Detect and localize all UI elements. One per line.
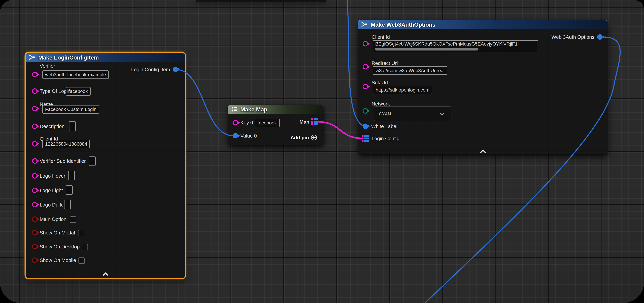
- node-make-web3authoptions[interactable]: Make Web3AuthOptions Web 3Auth Options C…: [358, 20, 608, 154]
- client-id-text: BEglQSgt4cUWcj6SKRdu5QkOXTsePmMcusG5EAoy…: [374, 40, 538, 47]
- pin-web3auth-options-out[interactable]: [597, 34, 602, 40]
- node-title: Make Map: [240, 106, 267, 113]
- verifier-input[interactable]: web3auth-facebook-example: [42, 70, 109, 79]
- pin-label-verifier-sub-identifier: Verifier Sub Identifier: [40, 158, 86, 164]
- collapse-node-chevron-icon[interactable]: [480, 147, 486, 155]
- verifier-sub-identifier-input[interactable]: [89, 156, 96, 166]
- key0-input[interactable]: facebook: [255, 118, 280, 127]
- horizontal-scrollbar[interactable]: [375, 48, 478, 50]
- pin-network[interactable]: [362, 108, 368, 114]
- make-container-icon: [231, 106, 238, 114]
- pin-show-on-desktop[interactable]: [32, 244, 37, 249]
- pin-logo-dark[interactable]: [32, 202, 37, 207]
- pin-sdk-url[interactable]: [362, 84, 368, 89]
- pin-client-id[interactable]: [32, 141, 37, 146]
- node-make-loginconfigitem[interactable]: Make LoginConfigItem Login Config Item V…: [26, 53, 185, 278]
- name-input[interactable]: Facebook Custom Login: [42, 105, 99, 114]
- network-selected-value: CYAN: [374, 111, 439, 116]
- client-id-input[interactable]: 1222658941886084: [42, 140, 90, 148]
- node-make-map[interactable]: Make Map Key 0 facebook Map Value 0 Add …: [228, 104, 324, 145]
- plus-circle-icon[interactable]: [311, 134, 317, 142]
- pin-label-verifier: Verifier: [40, 63, 55, 69]
- show-on-desktop-checkbox[interactable]: [82, 244, 88, 250]
- node-title: Make LoginConfigItem: [38, 54, 99, 61]
- network-dropdown[interactable]: CYAN: [374, 106, 452, 121]
- show-on-mobile-checkbox[interactable]: [78, 258, 85, 264]
- pin-label-login-config: Login Config: [372, 135, 400, 142]
- pin-description[interactable]: [32, 124, 37, 129]
- pin-label-client-id: Client Id: [372, 34, 390, 40]
- pin-label-logo-light: Logo Light: [40, 187, 63, 194]
- pin-label-logo-hover: Logo Hover: [40, 173, 66, 179]
- pin-label-redirect-url: Redirect Url: [372, 60, 398, 66]
- collapse-node-chevron-icon[interactable]: [102, 270, 109, 278]
- pin-show-on-modal[interactable]: [32, 230, 37, 235]
- pin-label-white-label: White Label: [371, 123, 397, 130]
- main-option-checkbox[interactable]: [70, 216, 76, 223]
- pin-label-show-on-mobile: Show On Mobile: [40, 257, 76, 263]
- redirect-url-input[interactable]: w3a://com.w3a.Web3AuthUnreal: [373, 66, 447, 75]
- pin-logo-light[interactable]: [32, 188, 37, 193]
- pin-main-option[interactable]: [32, 216, 37, 222]
- pin-label-main-option: Main Option: [40, 216, 66, 222]
- output-pin-label: Web 3Auth Options: [552, 34, 594, 40]
- pin-label-description: Description: [40, 123, 64, 130]
- blueprint-canvas[interactable]: Make LoginConfigItem Login Config Item V…: [0, 0, 644, 303]
- logo-dark-input[interactable]: [64, 200, 71, 209]
- offscreen-node-edge[interactable]: [196, 0, 326, 2]
- node-header[interactable]: Make Web3AuthOptions: [358, 20, 608, 29]
- pin-label-show-on-desktop: Show On Desktop: [40, 244, 80, 250]
- pin-label-show-on-modal: Show On Modal: [40, 230, 75, 236]
- description-input[interactable]: [69, 121, 76, 131]
- pin-label-sdk-url: Sdk Url: [372, 79, 388, 86]
- show-on-modal-checkbox[interactable]: [78, 230, 84, 236]
- pin-redirect-url[interactable]: [362, 64, 368, 69]
- node-title: Make Web3AuthOptions: [371, 22, 436, 28]
- pin-verifier-sub-identifier[interactable]: [32, 158, 37, 164]
- output-pin-label: Login Config Item: [131, 66, 170, 72]
- pin-type-of-login[interactable]: [32, 88, 37, 94]
- logo-hover-input[interactable]: [68, 171, 75, 180]
- node-header[interactable]: Make LoginConfigItem: [26, 53, 185, 62]
- pin-name[interactable]: [32, 106, 37, 111]
- client-id-input[interactable]: BEglQSgt4cUWcj6SKRdu5QkOXTsePmMcusG5EAoy…: [373, 40, 538, 52]
- pin-show-on-mobile[interactable]: [32, 257, 37, 263]
- node-header[interactable]: Make Map: [228, 104, 324, 114]
- pin-label-value0: Value 0: [240, 132, 257, 139]
- pin-key0[interactable]: [232, 120, 238, 125]
- add-pin-label[interactable]: Add pin: [290, 134, 309, 141]
- sdk-url-input[interactable]: https://sdk.openlogin.com: [373, 86, 432, 94]
- pin-logo-hover[interactable]: [32, 173, 37, 178]
- type-of-login-input[interactable]: facebook: [66, 87, 90, 96]
- pin-verifier[interactable]: [32, 72, 37, 77]
- make-struct-icon: [361, 21, 368, 29]
- chevron-down-icon: [439, 112, 445, 116]
- pin-label-network: Network: [372, 100, 390, 107]
- pin-label-key0: Key 0: [240, 120, 253, 126]
- pin-label-logo-dark: Logo Dark: [40, 202, 62, 208]
- make-struct-icon: [29, 54, 36, 62]
- pin-label-map-out: Map: [300, 118, 309, 125]
- pin-client-id[interactable]: [362, 41, 368, 46]
- logo-light-input[interactable]: [66, 185, 72, 195]
